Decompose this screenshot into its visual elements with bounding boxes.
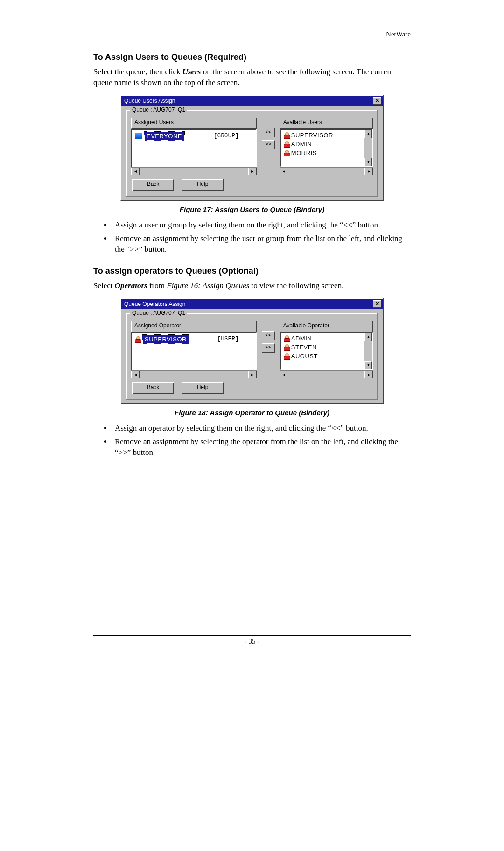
scroll-up-icon[interactable]: ▴ xyxy=(364,333,372,341)
list-item[interactable]: EVERYONE [GROUP] xyxy=(132,131,256,142)
group-icon xyxy=(135,133,142,139)
user-icon xyxy=(284,344,289,350)
vscroll[interactable]: ▴ ▾ xyxy=(364,130,372,166)
dialog-title: Queue Operators Assign xyxy=(124,301,185,307)
bullet-item: Assign a user or group by selecting them… xyxy=(112,220,411,231)
move-right-button[interactable]: >> xyxy=(262,343,275,353)
scroll-down-icon[interactable]: ▾ xyxy=(364,361,372,369)
move-left-button[interactable]: << xyxy=(262,331,275,340)
user-icon xyxy=(284,141,289,147)
available-header[interactable]: Available Users xyxy=(280,118,373,129)
move-left-button[interactable]: << xyxy=(262,128,275,137)
list-item[interactable]: SUPERVISOR [USER] xyxy=(132,334,256,345)
assigned-header[interactable]: Assigned Operator xyxy=(131,321,257,332)
dialog-operators: Queue Operators Assign ✕ Queue : AUG707_… xyxy=(120,298,384,404)
section1-bullets: Assign a user or group by selecting them… xyxy=(93,220,411,255)
list-item[interactable]: ADMIN xyxy=(281,140,364,149)
figure17-caption: Figure 17: Assign Users to Queue (Binder… xyxy=(93,206,411,213)
back-button[interactable]: Back xyxy=(132,382,174,394)
vscroll[interactable]: ▴ ▾ xyxy=(364,333,372,369)
assigned-list[interactable]: SUPERVISOR [USER] xyxy=(131,332,257,370)
close-icon[interactable]: ✕ xyxy=(373,300,381,308)
bullet-item: Remove an assignment by selecting the op… xyxy=(112,437,411,458)
bullet-item: Assign an operator by selecting them on … xyxy=(112,423,411,434)
section1-intro: Select the queue, then click Users on th… xyxy=(93,67,411,88)
list-item[interactable]: SUPERVISOR xyxy=(281,131,364,140)
list-item[interactable]: AUGUST xyxy=(281,352,364,361)
scroll-left-icon[interactable]: ◂ xyxy=(131,168,140,175)
scroll-right-icon[interactable]: ▸ xyxy=(364,168,373,175)
page-number: - 35 - xyxy=(93,638,411,645)
scroll-right-icon[interactable]: ▸ xyxy=(248,371,257,378)
available-header[interactable]: Available Operator xyxy=(280,321,373,332)
scroll-left-icon[interactable]: ◂ xyxy=(280,371,288,378)
section1-title: To Assign Users to Queues (Required) xyxy=(93,52,411,62)
back-button[interactable]: Back xyxy=(132,179,174,191)
section2-intro: Select Operators from Figure 16: Assign … xyxy=(93,281,411,291)
list-item[interactable]: STEVEN xyxy=(281,343,364,352)
dialog-users: Queue Users Assign ✕ Queue : AUG707_Q1 A… xyxy=(120,95,384,201)
user-icon xyxy=(284,150,289,156)
list-item[interactable]: MORRIS xyxy=(281,149,364,157)
help-button[interactable]: Help xyxy=(182,179,224,191)
titlebar[interactable]: Queue Users Assign ✕ xyxy=(121,96,383,106)
help-button[interactable]: Help xyxy=(182,382,224,394)
hscroll[interactable]: ◂ ▸ xyxy=(280,167,373,175)
scroll-down-icon[interactable]: ▾ xyxy=(364,158,372,166)
bullet-item: Remove an assignment by selecting the us… xyxy=(112,234,411,255)
dialog-title: Queue Users Assign xyxy=(124,98,175,104)
available-list[interactable]: SUPERVISOR ADMIN MORRIS ▴ ▾ xyxy=(280,129,373,167)
hscroll[interactable]: ◂ ▸ xyxy=(131,167,257,175)
titlebar[interactable]: Queue Operators Assign ✕ xyxy=(121,299,383,309)
header-context: NetWare xyxy=(93,30,411,38)
scroll-up-icon[interactable]: ▴ xyxy=(364,130,372,138)
user-icon xyxy=(284,132,289,138)
section2-title: To assign operators to Queues (Optional) xyxy=(93,266,411,276)
group-legend: Queue : AUG707_Q1 xyxy=(130,310,187,316)
assigned-header[interactable]: Assigned Users xyxy=(131,118,257,129)
available-list[interactable]: ADMIN STEVEN AUGUST ▴ ▾ xyxy=(280,332,373,370)
move-right-button[interactable]: >> xyxy=(262,140,275,149)
scroll-left-icon[interactable]: ◂ xyxy=(280,168,288,175)
close-icon[interactable]: ✕ xyxy=(373,97,381,105)
group-legend: Queue : AUG707_Q1 xyxy=(130,106,187,113)
scroll-right-icon[interactable]: ▸ xyxy=(364,371,373,378)
hscroll[interactable]: ◂ ▸ xyxy=(131,370,257,378)
section2-bullets: Assign an operator by selecting them on … xyxy=(93,423,411,458)
user-icon xyxy=(284,353,289,359)
assigned-list[interactable]: EVERYONE [GROUP] xyxy=(131,129,257,167)
hscroll[interactable]: ◂ ▸ xyxy=(280,370,373,378)
list-item[interactable]: ADMIN xyxy=(281,334,364,343)
scroll-right-icon[interactable]: ▸ xyxy=(248,168,257,175)
user-icon xyxy=(284,335,289,341)
scroll-left-icon[interactable]: ◂ xyxy=(131,371,140,378)
user-icon xyxy=(135,336,140,342)
figure18-caption: Figure 18: Assign Operator to Queue (Bin… xyxy=(93,409,411,417)
